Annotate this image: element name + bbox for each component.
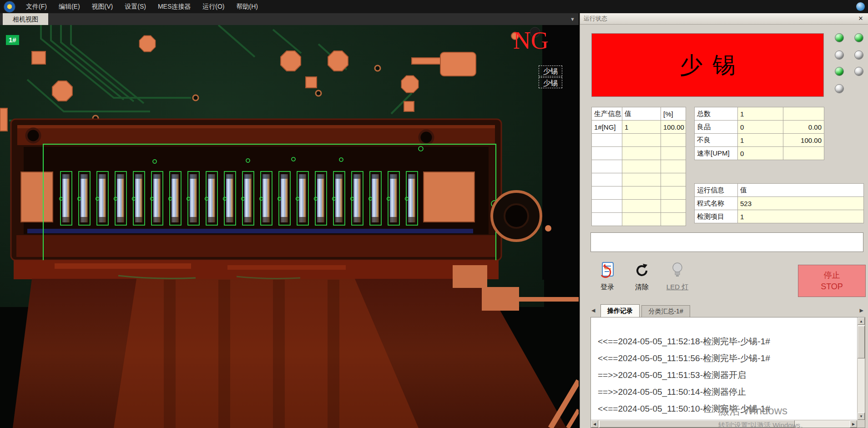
production-row (592, 160, 686, 173)
status-led (854, 50, 863, 60)
scroll-up-icon[interactable]: ▲ (858, 317, 865, 325)
production-row (592, 147, 686, 160)
status-led (835, 33, 844, 42)
menu-edit[interactable]: 编辑(E) (53, 0, 86, 13)
defect-tag: 少锡 (539, 65, 562, 76)
stats-value: 0 (738, 147, 783, 160)
production-cell (622, 213, 661, 226)
run-info-row: 程式名称 523 (695, 197, 864, 210)
panel-title: 运行状态 (584, 13, 607, 24)
log-tabs-scroll-left-icon[interactable]: ◀ (591, 307, 595, 313)
app-logo-icon (4, 1, 15, 13)
menu-mes-connector[interactable]: MES连接器 (152, 0, 197, 13)
led-light-button[interactable]: LED 灯 (662, 262, 692, 292)
production-cell: 1#[NG] (592, 121, 622, 134)
production-table: 生产信息 值 [%] 1#[NG] 1 100.00 (591, 107, 686, 226)
production-cell (622, 134, 661, 147)
run-info-header: 值 (738, 184, 864, 197)
pcb-image (0, 25, 579, 428)
vertical-scroll-thumb[interactable] (858, 326, 865, 358)
production-cell (592, 213, 622, 226)
log-entry: <<==2024-05-05_11:52:18-检测完毕-少锡-1# (598, 333, 857, 350)
production-row (592, 200, 686, 213)
production-cell (661, 134, 686, 147)
stats-table: 总数 1 良品 0 0.00 不良 1 100.00 速率[UPM] 0 (694, 107, 824, 160)
production-cell (661, 160, 686, 173)
production-cell (592, 147, 622, 160)
clear-icon (634, 262, 650, 280)
production-row (592, 213, 686, 226)
production-cell: 100.00 (661, 121, 686, 134)
production-cell (592, 134, 622, 147)
menu-help[interactable]: 帮助(H) (230, 0, 263, 13)
production-cell (661, 186, 686, 200)
tabstrip-dropdown-icon[interactable]: ▼ (570, 13, 575, 25)
production-cell (661, 147, 686, 160)
production-cell (592, 200, 622, 213)
log-entry: <<==2024-05-05_11:51:56-检测完毕-少锡-1# (598, 350, 857, 367)
tab-class-summary[interactable]: 分类汇总-1# (641, 305, 690, 317)
production-cell (592, 160, 622, 173)
camera-index-badge: 1# (6, 35, 19, 45)
stats-pct: 0.00 (783, 121, 824, 134)
scrollbar-corner (857, 420, 865, 428)
defect-banner: 少锡 (591, 33, 824, 97)
stats-row: 速率[UPM] 0 (695, 147, 824, 160)
menu-settings[interactable]: 设置(S) (119, 0, 152, 13)
production-row: 1#[NG] 1 100.00 (592, 121, 686, 134)
scroll-left-icon[interactable]: ◀ (591, 420, 598, 428)
stop-label-en: STOP (821, 281, 843, 292)
message-input[interactable] (590, 232, 863, 252)
status-led (854, 67, 863, 76)
status-led (835, 67, 844, 76)
stop-button[interactable]: 停止 STOP (798, 265, 866, 297)
production-row (592, 134, 686, 147)
stats-label: 总数 (695, 107, 738, 121)
status-led (835, 84, 844, 93)
production-cell (661, 200, 686, 213)
stats-pct (783, 147, 824, 160)
production-cell (622, 173, 661, 186)
production-cell (622, 147, 661, 160)
tab-camera-view[interactable]: 相机视图 (3, 13, 48, 25)
production-header: 值 (622, 107, 661, 121)
stats-value: 1 (738, 107, 783, 121)
production-header: 生产信息 (592, 107, 622, 121)
vertical-scrollbar[interactable]: ▲ ▼ (857, 317, 865, 420)
menu-view[interactable]: 视图(V) (86, 0, 119, 13)
menu-run[interactable]: 运行(O) (197, 0, 230, 13)
stats-label: 良品 (695, 121, 738, 134)
login-button[interactable]: 登录 (592, 262, 622, 292)
scroll-right-icon[interactable]: ▶ (850, 420, 857, 428)
run-info-header-row: 运行信息 值 (695, 184, 864, 197)
inspection-result-label: NG (513, 28, 549, 54)
stats-value: 0 (738, 121, 783, 134)
login-icon (599, 262, 616, 280)
clear-label: 清除 (627, 283, 657, 292)
status-led (854, 33, 863, 42)
menu-file[interactable]: 文件(F) (20, 0, 53, 13)
stats-label: 速率[UPM] (695, 147, 738, 160)
defect-tag: 少锡 (539, 77, 562, 88)
run-info-row: 检测项目 1 (695, 210, 864, 223)
production-cell (592, 173, 622, 186)
production-header: [%] (661, 107, 686, 121)
run-info-value: 1 (738, 210, 864, 223)
production-cell (622, 200, 661, 213)
log-tabs-scroll-right-icon[interactable]: ▶ (860, 307, 863, 313)
run-info-label: 程式名称 (695, 197, 738, 210)
log-entry: ==>>2024-05-05_11:51:53-检测器开启 (598, 367, 857, 383)
clear-button[interactable]: 清除 (627, 262, 657, 292)
windows-activation-watermark: 激活 Windows 转到“设置”以激活 Windows。 (718, 403, 807, 428)
stop-label-cn: 停止 (824, 270, 840, 281)
watermark-line1: 激活 Windows (718, 403, 807, 418)
stats-row: 不良 1 100.00 (695, 134, 824, 147)
stats-pct: 100.00 (783, 134, 824, 147)
close-icon[interactable]: ✕ (856, 13, 865, 24)
tab-operation-log[interactable]: 操作记录 (601, 304, 640, 317)
production-header-row: 生产信息 值 [%] (592, 107, 686, 121)
scroll-down-icon[interactable]: ▼ (858, 413, 865, 420)
run-info-table: 运行信息 值 程式名称 523 检测项目 1 (694, 183, 864, 223)
stats-label: 不良 (695, 134, 738, 147)
stats-value: 1 (738, 134, 783, 147)
